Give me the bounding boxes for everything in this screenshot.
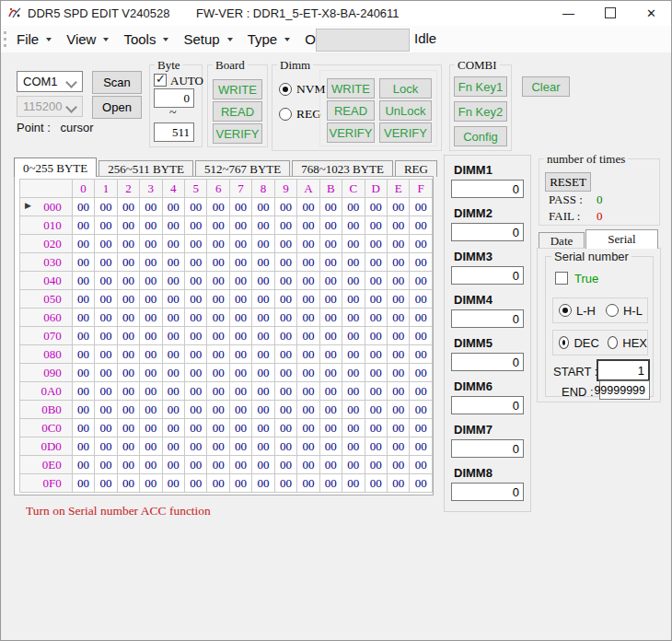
hex-cell[interactable]: 00 [207,216,229,235]
hex-cell[interactable]: 00 [72,216,94,235]
dimm-verify-button[interactable]: VERIFY [327,122,375,143]
board-verify-button[interactable]: VERIFY [213,123,262,144]
hex-cell[interactable]: 00 [185,216,207,235]
hex-cell[interactable]: 00 [207,309,229,327]
hex-cell[interactable]: 00 [140,327,162,345]
hex-cell[interactable]: 00 [297,437,319,456]
hex-cell[interactable]: 00 [117,309,139,327]
hex-cell[interactable]: 00 [297,474,319,493]
hex-cell[interactable]: 00 [365,401,387,419]
hex-cell[interactable]: 00 [229,474,251,493]
hex-cell[interactable]: 00 [207,364,229,382]
hex-cell[interactable]: 00 [72,327,94,345]
hex-cell[interactable]: 00 [297,309,319,327]
hex-table[interactable]: 0123456789ABCDEF000▶00000000000000000000… [19,179,433,493]
hex-cell[interactable]: 00 [342,437,365,456]
hex-cell[interactable]: 00 [410,216,433,235]
lh-radio[interactable] [559,304,572,317]
hex-cell[interactable]: 00 [252,419,274,437]
hex-cell[interactable]: 00 [162,364,184,382]
hex-cell[interactable]: 00 [319,272,342,290]
hex-cell[interactable]: 00 [410,437,433,456]
hex-cell[interactable]: 00 [162,235,184,253]
hex-cell[interactable]: 00 [252,437,274,456]
hex-cell[interactable]: 00 [95,198,117,216]
dimm5-input[interactable]: 0 [451,353,524,371]
hex-cell[interactable]: 00 [117,419,139,437]
dimm-read-button[interactable]: READ [327,100,375,121]
hex-cell[interactable]: 00 [274,456,296,474]
hex-cell[interactable]: 00 [229,198,251,216]
hex-cell[interactable]: 00 [117,290,139,309]
hex-cell[interactable]: 00 [162,382,184,401]
hex-cell[interactable]: 00 [387,419,409,437]
hex-cell[interactable]: 00 [72,235,94,253]
hex-cell[interactable]: 00 [319,327,342,345]
hex-cell[interactable]: 00 [387,382,409,401]
hex-cell[interactable]: 00 [72,290,94,309]
hex-cell[interactable]: 00 [252,382,274,401]
hex-cell[interactable]: 00 [365,327,387,345]
hex-cell[interactable]: 00 [117,216,139,235]
hex-cell[interactable]: 00 [72,401,94,419]
hex-cell[interactable]: 00 [140,253,162,272]
auto-checkbox[interactable] [154,74,167,87]
hex-cell[interactable]: 00 [185,235,207,253]
config-button[interactable]: Config [454,126,507,146]
dec-radio[interactable] [559,336,569,349]
hex-cell[interactable]: 00 [319,456,342,474]
clear-button[interactable]: Clear [522,76,570,97]
hex-cell[interactable]: 00 [387,198,409,216]
hex-cell[interactable]: 00 [207,235,229,253]
hex-cell[interactable]: 00 [117,456,139,474]
hex-cell[interactable]: 00 [274,364,296,382]
hex-cell[interactable]: 00 [185,456,207,474]
hex-cell[interactable]: 00 [229,419,251,437]
hex-cell[interactable]: 00 [162,474,184,493]
hex-cell[interactable]: 00 [297,382,319,401]
menu-type[interactable]: Type [243,31,295,47]
hex-cell[interactable]: 00 [319,309,342,327]
hex-cell[interactable]: 00 [95,474,117,493]
hex-cell[interactable]: 00 [229,437,251,456]
hex-cell[interactable]: 00 [410,474,433,493]
hex-cell[interactable]: 00 [274,345,296,364]
hex-cell[interactable]: 00 [95,327,117,345]
hex-cell[interactable]: 00 [274,309,296,327]
minimize-button[interactable]: — [548,0,589,26]
scan-button[interactable]: Scan [92,71,142,94]
hex-cell[interactable]: 00 [252,474,274,493]
hex-cell[interactable]: 00 [387,456,409,474]
hex-cell[interactable]: 00 [185,327,207,345]
hex-cell[interactable]: 00 [185,364,207,382]
com-port-select[interactable]: COM1 [17,71,83,92]
hex-cell[interactable]: 00 [342,198,365,216]
hex-cell[interactable]: 00 [365,474,387,493]
hex-cell[interactable]: 00 [117,345,139,364]
dimm4-input[interactable]: 0 [451,309,524,328]
hex-cell[interactable]: 00 [229,401,251,419]
dimm8-input[interactable]: 0 [451,483,524,501]
hex-cell[interactable]: 00 [207,345,229,364]
hex-cell[interactable]: 00 [342,456,365,474]
hex-cell[interactable]: 00 [229,216,251,235]
dimm-write-button[interactable]: WRITE [327,78,375,99]
hex-cell[interactable]: 00 [95,309,117,327]
hex-cell[interactable]: 00 [229,345,251,364]
hex-cell[interactable]: 00 [342,327,365,345]
hex-cell[interactable]: 00 [410,198,433,216]
close-button[interactable]: ✕ [631,0,672,26]
hex-cell[interactable]: 00 [297,253,319,272]
dimm3-input[interactable]: 0 [451,266,524,285]
hex-cell[interactable]: 00 [229,364,251,382]
reset-button[interactable]: RESET [545,172,591,192]
hex-cell[interactable]: 00 [72,309,94,327]
hex-cell[interactable]: 00 [297,456,319,474]
hex-cell[interactable]: 00 [410,272,433,290]
hex-cell[interactable]: 00 [229,456,251,474]
hex-cell[interactable]: 00 [342,253,365,272]
hex-cell[interactable]: 00 [162,272,184,290]
hex-cell[interactable]: 00 [274,198,296,216]
hex-cell[interactable]: 00 [365,419,387,437]
hex-cell[interactable]: 00 [185,309,207,327]
